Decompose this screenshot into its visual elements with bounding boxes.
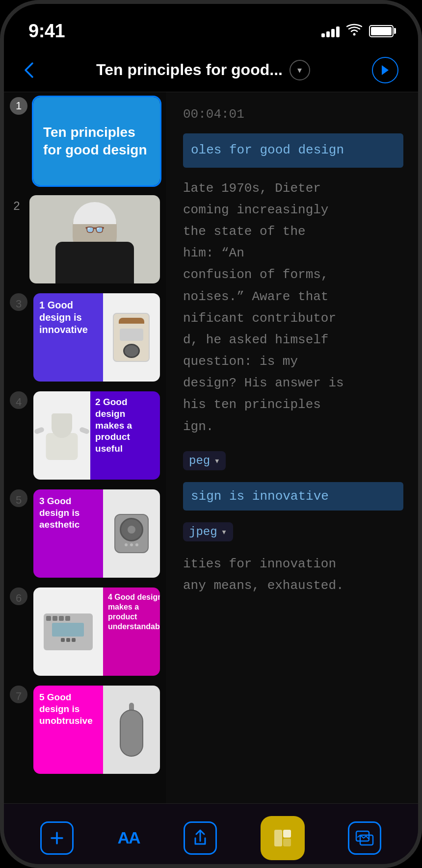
transcript-para-1: late 1970s, Dieter coming increasingly t… [183,178,403,437]
transcript-panel[interactable]: 00:04:01 oles for good design late 1970s… [166,92,418,803]
dropdown-arrow-2[interactable]: ▾ [221,526,227,538]
radio-top-panel [120,329,143,341]
slide-number-6: 6 [10,587,27,605]
phone-frame: 9:41 [0,0,422,868]
gallery-button[interactable] [348,821,381,855]
share-button[interactable] [184,821,217,855]
slide-5-text: 3 Good design is aesthetic [39,495,97,530]
person-glasses-icon: 👓 [84,220,105,239]
inline-label-2: jpeg [189,525,217,538]
product-radio-thumb [113,313,150,362]
slide-number-5: 5 [10,489,27,507]
slide-4-text: 2 Good design makes a product useful [95,396,155,455]
slide-6-text: 4 Good design makes a product understand… [108,592,160,632]
add-icon[interactable] [40,821,74,855]
wifi-icon [346,23,362,39]
add-button[interactable] [40,821,74,855]
slide-thumb-5: 3 Good design is aesthetic [33,489,160,578]
slide-thumb-1: Ten principles for good design [33,97,160,185]
radio-knob [123,344,140,358]
slide-1-text: Ten principles for good design [43,124,150,159]
person-body [55,242,134,283]
inline-label-1: peg [189,454,210,467]
slide-number-1: 1 [10,97,27,115]
svg-rect-3 [283,839,291,846]
nav-title: Ten principles for good... [96,61,283,79]
slide-thumb-3: 1 Good design is innovative [33,293,160,382]
juicer-product [42,411,81,460]
signal-bar-4 [336,26,340,37]
share-icon[interactable] [184,821,217,855]
slide-item-6[interactable]: 6 [4,583,166,681]
theme-icon[interactable] [261,816,305,860]
slide-number-3: 3 [10,293,27,311]
status-time: 9:41 [28,21,65,42]
dropdown-arrow-1[interactable]: ▾ [214,455,220,467]
active-theme-button[interactable] [261,816,305,860]
battery-icon [369,25,394,37]
signal-bar-3 [331,29,335,37]
nav-play-button[interactable] [372,57,398,83]
slide-thumb-7: 5 Good design is unobtrusive [33,686,160,774]
timestamp: 00:04:01 [183,107,403,122]
svg-rect-1 [274,830,282,846]
nav-dropdown-button[interactable]: ▾ [290,60,310,80]
radio-handle [119,318,144,324]
transcript-highlight-1: oles for good design [183,133,403,168]
text-style-button[interactable]: AA [117,828,139,847]
inline-control-2[interactable]: jpeg ▾ [183,518,403,545]
aa-icon[interactable]: AA [117,828,139,847]
home-indicator [174,864,248,867]
svg-rect-2 [283,830,291,838]
signal-bar-2 [326,31,330,37]
slide-item-7[interactable]: 7 5 Good design is unobtrusive [4,681,166,779]
status-bar: 9:41 [4,4,418,48]
gallery-icon[interactable] [348,821,381,855]
bottom-toolbar: AA [4,803,418,868]
slide-item-3[interactable]: 3 1 Good design is innovative [4,288,166,386]
slide-number-4: 4 [10,391,27,409]
svg-point-0 [353,33,356,35]
slide-number-2: 2 [10,195,24,213]
signal-bar-1 [321,33,325,37]
battery-fill [371,27,392,35]
slide-item-2[interactable]: 2 👓 [4,190,166,288]
main-content: 1 Ten principles for good design 2 👓 [4,92,418,803]
slide-thumb-6: 4 Good design makes a product understand… [33,587,160,676]
transcript-highlight-2: sign is innovative [183,482,403,511]
slide-item-4[interactable]: 4 2 Good desig [4,386,166,485]
tall-device-product [119,703,144,757]
slide-item-1[interactable]: 1 Ten principles for good design [4,92,166,190]
nav-title-area: Ten principles for good... ▾ [96,60,310,80]
status-icons [321,23,394,39]
inline-control-1[interactable]: peg ▾ [183,447,403,474]
slide-panel[interactable]: 1 Ten principles for good design 2 👓 [4,92,166,803]
nav-back-button[interactable] [24,61,34,79]
transcript-para-2: ities for innovation any means, exhauste… [183,553,403,618]
slide-7-text: 5 Good design is unobtrusive [39,691,97,726]
person-illustration: 👓 [29,195,160,283]
slide-3-text: 1 Good design is innovative [39,299,97,336]
nav-bar: Ten principles for good... ▾ [4,48,418,92]
slide-thumb-4: 2 Good design makes a product useful [33,391,160,480]
slide-thumb-2: 👓 [29,195,160,283]
slide-item-5[interactable]: 5 3 Good design is aesthetic [4,485,166,583]
signal-bars-icon [321,25,340,37]
slide-number-7: 7 [10,686,27,703]
device-product [114,514,149,553]
complex-radio [44,613,93,650]
